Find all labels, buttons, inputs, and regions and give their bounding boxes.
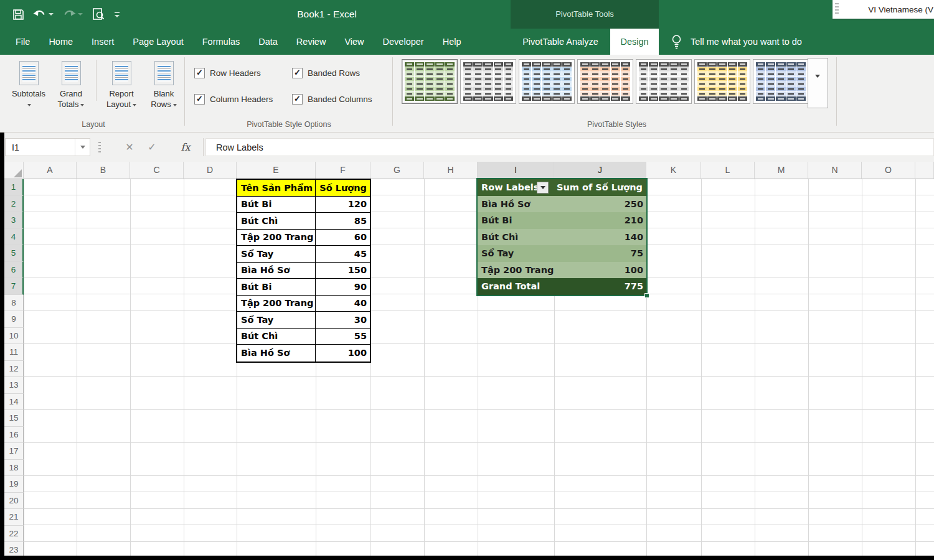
tab-review[interactable]: Review <box>296 37 326 47</box>
pivot-data-row[interactable]: Bút Bi210 <box>478 212 646 229</box>
pivot-style-blue-light[interactable] <box>519 59 575 104</box>
insert-function-icon[interactable]: fx <box>176 138 196 156</box>
row-header-21[interactable]: 21 <box>4 509 24 526</box>
row-header-11[interactable]: 11 <box>4 344 24 361</box>
data-table-row[interactable]: Bút Chì55 <box>237 329 370 345</box>
data-table-row[interactable]: Bìa Hồ Sơ150 <box>237 263 370 279</box>
pivot-data-row[interactable]: Tập 200 Trang100 <box>478 262 646 279</box>
row-header-10[interactable]: 10 <box>4 328 24 345</box>
pivot-style-green[interactable] <box>402 59 458 104</box>
select-all-corner[interactable] <box>4 162 24 179</box>
tab-view[interactable]: View <box>344 37 364 47</box>
column-header-h[interactable]: H <box>424 162 478 179</box>
row-header-9[interactable]: 9 <box>4 311 24 328</box>
row-header-15[interactable]: 15 <box>4 410 24 427</box>
row-header-18[interactable]: 18 <box>4 460 24 477</box>
button-grand-totals[interactable]: GrandTotals <box>50 58 92 110</box>
data-table-row[interactable]: Tập 200 Trang60 <box>237 230 370 246</box>
column-header-g[interactable]: G <box>370 162 424 179</box>
row-header-7[interactable]: 7 <box>4 278 24 295</box>
row-header-12[interactable]: 12 <box>4 361 24 378</box>
row-header-3[interactable]: 3 <box>4 212 24 229</box>
gallery-more-button[interactable] <box>808 58 828 108</box>
column-header-partial[interactable] <box>915 162 934 179</box>
checkbox-icon[interactable] <box>194 68 205 78</box>
column-header-j[interactable]: J <box>554 162 646 179</box>
column-header-i[interactable]: I <box>478 162 554 179</box>
checkbox-column-headers[interactable]: Column Headers <box>194 91 292 106</box>
row-header-8[interactable]: 8 <box>4 295 24 312</box>
pivot-style-gray-dark[interactable] <box>460 59 516 104</box>
tab-developer[interactable]: Developer <box>383 37 424 47</box>
pivot-style-blue[interactable] <box>753 59 809 104</box>
checkbox-row-headers[interactable]: Row Headers <box>194 65 292 80</box>
column-header-k[interactable]: K <box>646 162 701 179</box>
pivot-data-row[interactable]: Sổ Tay75 <box>478 245 646 262</box>
column-header-f[interactable]: F <box>316 162 370 179</box>
data-table-row[interactable]: Tập 200 Trang40 <box>237 296 370 312</box>
pivot-table[interactable]: Row LabelsSum of Số LượngBìa Hồ Sơ250Bút… <box>478 179 646 295</box>
column-header-o[interactable]: O <box>862 162 915 179</box>
column-header-b[interactable]: B <box>77 162 130 179</box>
data-table-row[interactable]: Sổ Tay45 <box>237 246 370 263</box>
pivot-style-orange[interactable] <box>577 59 633 104</box>
column-header-e[interactable]: E <box>237 162 316 179</box>
pivot-data-row[interactable]: Bút Chì140 <box>478 229 646 246</box>
row-header-20[interactable]: 20 <box>4 493 24 510</box>
data-table-row[interactable]: Bìa Hồ Sơ100 <box>237 345 370 362</box>
tab-file[interactable]: File <box>16 37 30 47</box>
tab-formulas[interactable]: Formulas <box>202 37 240 47</box>
checkbox-icon[interactable] <box>292 68 303 78</box>
data-table-row[interactable]: Sổ Tay30 <box>237 312 370 329</box>
checkbox-banded-columns[interactable]: Banded Columns <box>292 91 372 106</box>
button-blank-rows[interactable]: BlankRows <box>143 58 185 110</box>
name-box[interactable]: I1 <box>5 138 90 156</box>
tab-data[interactable]: Data <box>258 37 278 47</box>
row-header-19[interactable]: 19 <box>4 476 24 493</box>
filter-dropdown-icon[interactable] <box>537 182 549 194</box>
tab-help[interactable]: Help <box>443 37 461 47</box>
selection-fill-handle[interactable] <box>644 293 649 298</box>
tab-page-layout[interactable]: Page Layout <box>133 37 183 47</box>
row-header-5[interactable]: 5 <box>4 245 24 262</box>
tab-insert[interactable]: Insert <box>92 37 114 47</box>
pivot-style-gray-light[interactable] <box>636 59 692 104</box>
row-header-13[interactable]: 13 <box>4 377 24 394</box>
pivot-style-yellow[interactable] <box>694 59 750 104</box>
button-report-layout[interactable]: ReportLayout <box>100 58 143 110</box>
row-header-1[interactable]: 1 <box>4 179 24 196</box>
data-table-row[interactable]: Bút Bi120 <box>237 197 370 213</box>
worksheet-grid[interactable]: ABCDEFGHIJKLMNO Tên Sản PhẩmSố LượngBút … <box>0 162 934 556</box>
tab-design-active[interactable]: Design <box>610 29 659 55</box>
column-header-n[interactable]: N <box>808 162 862 179</box>
column-header-d[interactable]: D <box>184 162 237 179</box>
row-header-2[interactable]: 2 <box>4 196 24 213</box>
tab-pivottable-analyze[interactable]: PivotTable Analyze <box>511 29 610 55</box>
column-header-c[interactable]: C <box>130 162 184 179</box>
pivot-grand-total-row[interactable]: Grand Total775 <box>478 278 646 295</box>
tab-home[interactable]: Home <box>49 37 73 47</box>
cancel-icon[interactable]: ✕ <box>120 138 139 156</box>
checkbox-icon[interactable] <box>194 94 205 105</box>
column-header-a[interactable]: A <box>24 162 77 179</box>
checkbox-icon[interactable] <box>292 94 303 105</box>
row-header-16[interactable]: 16 <box>4 427 24 444</box>
enter-icon[interactable]: ✓ <box>142 138 162 156</box>
checkbox-banded-rows[interactable]: Banded Rows <box>292 65 372 80</box>
row-header-6[interactable]: 6 <box>4 262 24 279</box>
formula-input[interactable]: Row Labels <box>205 138 934 156</box>
source-data-table[interactable]: Tên Sản PhẩmSố LượngBút Bi120Bút Chì85Tậ… <box>236 179 371 363</box>
name-box-dropdown-icon[interactable] <box>75 139 90 156</box>
data-table-row[interactable]: Bút Bi90 <box>237 279 370 296</box>
row-header-4[interactable]: 4 <box>4 229 24 246</box>
tell-me-box[interactable]: Tell me what you want to do <box>671 29 802 55</box>
column-header-l[interactable]: L <box>701 162 755 179</box>
language-indicator[interactable]: VI Vietnamese (V <box>833 0 934 19</box>
button-subtotals[interactable]: Subtotals <box>7 58 50 110</box>
pivot-data-row[interactable]: Bìa Hồ Sơ250 <box>478 196 646 213</box>
column-header-m[interactable]: M <box>755 162 808 179</box>
data-table-row[interactable]: Bút Chì85 <box>237 213 370 230</box>
row-header-14[interactable]: 14 <box>4 394 24 411</box>
row-header-22[interactable]: 22 <box>4 526 24 543</box>
row-header-17[interactable]: 17 <box>4 443 24 460</box>
